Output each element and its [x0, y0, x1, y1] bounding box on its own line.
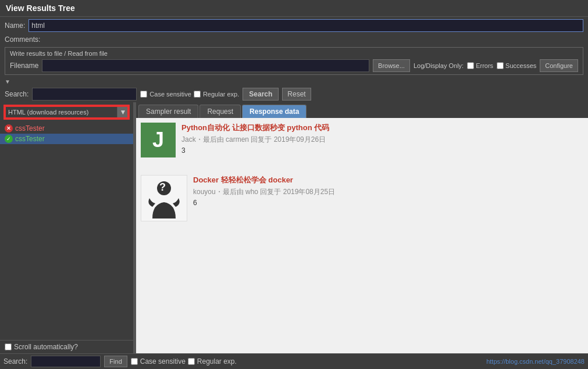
- log-display-label: Log/Display Only:: [414, 62, 464, 69]
- error-status-icon: ✕: [5, 124, 13, 132]
- response-text-block: Docker 轻轻松松学会 docker kouyou・最后由 who 回复于 …: [193, 175, 583, 207]
- bottom-bar: Search: Find Case sensitive Regular exp.…: [0, 353, 588, 369]
- collapse-arrow-icon[interactable]: ▼: [5, 78, 10, 85]
- search-options: Case sensitive Regular exp.: [140, 91, 239, 98]
- configure-button[interactable]: Configure: [540, 59, 578, 72]
- response-content[interactable]: J Python自动化 让接口数据秒变 python 代码 Jack・最后由 c…: [136, 118, 588, 353]
- response-count: 6: [193, 199, 583, 207]
- response-meta: kouyou・最后由 who 回复于 2019年08月25日: [193, 187, 583, 197]
- scroll-auto-label: Scroll automatically?: [14, 343, 78, 351]
- errors-label: Errors: [476, 62, 493, 69]
- tree-item-label: cssTester: [15, 135, 45, 143]
- search-input[interactable]: [32, 88, 137, 101]
- log-display: Log/Display Only: Errors Successes Confi…: [414, 59, 578, 72]
- bottom-case-sensitive-checkbox[interactable]: [131, 358, 138, 365]
- svg-text:?: ?: [159, 181, 166, 193]
- dropdown-row: HTML (download resources) ▼: [0, 102, 133, 122]
- right-panel: Sampler result Request Response data J P…: [136, 102, 588, 353]
- comments-label: Comments:: [5, 35, 40, 44]
- response-meta: Jack・最后由 carmen 回复于 2019年09月26日: [181, 135, 583, 145]
- bottom-regular-exp-label: Regular exp.: [197, 357, 237, 366]
- file-section: Write results to file / Read from file F…: [5, 47, 583, 75]
- name-label: Name:: [5, 22, 25, 30]
- bottom-search-label: Search:: [3, 357, 27, 366]
- name-input[interactable]: [28, 19, 583, 32]
- left-panel: HTML (download resources) ▼ ✕ cssTester …: [0, 102, 134, 353]
- response-avatar-question: ?: [141, 175, 187, 221]
- response-count: 3: [181, 146, 583, 155]
- tab-sampler-result-label: Sampler result: [146, 108, 191, 116]
- find-button[interactable]: Find: [104, 356, 127, 367]
- case-sensitive-checkbox[interactable]: [140, 91, 147, 98]
- tab-response-data-label: Response data: [250, 108, 299, 116]
- name-row: Name:: [0, 17, 588, 34]
- bottom-case-sensitive-label: Case sensitive: [140, 357, 186, 366]
- tree-item[interactable]: ✕ cssTester: [0, 123, 133, 134]
- response-item: ? Docker 轻轻松松学会 docker kouyou・最后由 who 回复…: [141, 175, 583, 230]
- content-area: HTML (download resources) ▼ ✕ cssTester …: [0, 102, 588, 353]
- response-title: Python自动化 让接口数据秒变 python 代码: [181, 123, 583, 133]
- dropdown-arrow-icon[interactable]: ▼: [117, 106, 129, 119]
- errors-checkbox[interactable]: [467, 62, 474, 69]
- errors-checkbox-group[interactable]: Errors: [467, 62, 493, 69]
- filename-input[interactable]: [42, 59, 369, 72]
- tabs-row: Sampler result Request Response data: [136, 102, 588, 118]
- window-title: View Results Tree: [6, 3, 582, 13]
- bottom-options: Case sensitive Regular exp.: [131, 357, 237, 366]
- success-status-icon: ✓: [5, 135, 13, 143]
- search-label: Search:: [5, 90, 28, 98]
- title-bar: View Results Tree: [0, 0, 588, 17]
- bottom-search-section: Search: Find Case sensitive Regular exp.: [3, 356, 237, 367]
- response-avatar: J: [141, 123, 176, 157]
- tree-item-label: cssTester: [15, 124, 45, 132]
- tab-request-label: Request: [207, 108, 233, 116]
- file-section-title: Write results to file / Read from file: [10, 50, 578, 57]
- bottom-regular-exp-checkbox[interactable]: [188, 358, 195, 365]
- successes-checkbox-group[interactable]: Successes: [497, 62, 536, 69]
- scroll-auto-row: Scroll automatically?: [0, 340, 133, 353]
- format-dropdown[interactable]: HTML (download resources) ▼: [3, 105, 130, 120]
- tab-sampler-result[interactable]: Sampler result: [138, 105, 198, 118]
- regular-exp-checkbox[interactable]: [194, 91, 201, 98]
- filename-label: Filename: [10, 62, 38, 70]
- tab-request[interactable]: Request: [199, 105, 241, 118]
- tree-list[interactable]: ✕ cssTester ✓ cssTester: [0, 122, 133, 340]
- browse-button[interactable]: Browse...: [373, 59, 410, 72]
- collapse-row: ▼: [0, 77, 588, 86]
- search-row: Search: Case sensitive Regular exp. Sear…: [0, 86, 588, 102]
- response-item: J Python自动化 让接口数据秒变 python 代码 Jack・最后由 c…: [141, 123, 583, 166]
- scroll-auto-checkbox[interactable]: [5, 343, 12, 350]
- regular-exp-label: Regular exp.: [203, 91, 239, 98]
- reset-button[interactable]: Reset: [282, 88, 311, 101]
- comments-row: Comments:: [0, 34, 588, 45]
- search-button[interactable]: Search: [243, 88, 279, 101]
- response-title: Docker 轻轻松松学会 docker: [193, 175, 583, 185]
- successes-checkbox[interactable]: [497, 62, 504, 69]
- bottom-search-input[interactable]: [31, 356, 101, 367]
- case-sensitive-label: Case sensitive: [149, 91, 191, 98]
- tree-item[interactable]: ✓ cssTester: [0, 134, 133, 144]
- successes-label: Successes: [505, 62, 536, 69]
- tab-response-data[interactable]: Response data: [242, 105, 307, 118]
- bottom-url[interactable]: https://blog.csdn.net/qq_37908248: [486, 358, 585, 365]
- format-dropdown-label: HTML (download resources): [5, 109, 117, 116]
- response-text-block: Python自动化 让接口数据秒变 python 代码 Jack・最后由 car…: [181, 123, 583, 155]
